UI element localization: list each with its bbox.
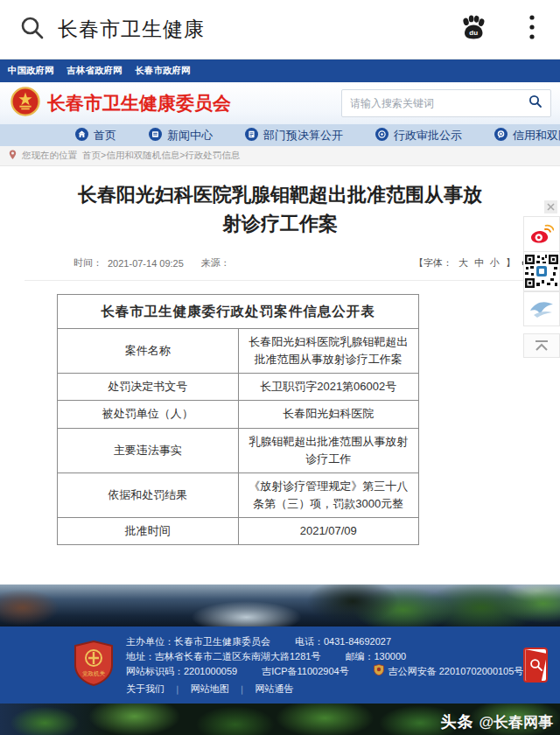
publish-time: 2021-07-14 09:25 <box>108 258 184 269</box>
svg-text:du: du <box>469 29 478 37</box>
qr-code <box>523 251 560 291</box>
close-icon[interactable] <box>544 200 557 214</box>
footer-icp[interactable]: 吉ICP备11002904号 <box>262 664 348 679</box>
article-title: 长春阳光妇科医院乳腺钼靶超出批准范围从事放射诊疗工作案 <box>74 180 486 238</box>
home-icon <box>75 128 88 144</box>
row-value: 乳腺钼靶超出批准范围从事放射诊疗工作 <box>238 428 419 472</box>
approval-icon <box>375 128 388 144</box>
nav-item-home[interactable]: 首页 <box>75 128 116 144</box>
nav-item-budget[interactable]: 部门预决算公开 <box>245 128 343 144</box>
share-panel <box>523 200 560 358</box>
footer-phone: 电话：0431-84692027 <box>295 634 391 649</box>
breadcrumb-path[interactable]: 首页>信用和双随机信息>行政处罚信息 <box>82 150 240 162</box>
article-content: 长春阳光妇科医院乳腺钼靶超出批准范围从事放射诊疗工作案 时间： 2021-07-… <box>0 180 560 584</box>
qr-code-icon <box>524 254 559 289</box>
watermark-handle: @长春网事 <box>479 712 553 732</box>
nav-item-news[interactable]: 新闻中心 <box>149 128 213 144</box>
footer-link-notice[interactable]: 网站通告 <box>256 682 294 696</box>
site-header: 长春市卫生健康委员会 <box>0 82 560 124</box>
kebab-menu-icon[interactable] <box>528 14 536 46</box>
table-row: 案件名称 长春阳光妇科医院乳腺钼靶超出批准范围从事放射诊疗工作案 <box>58 329 419 374</box>
back-to-top-button[interactable] <box>523 333 560 358</box>
table-row: 被处罚单位（人） 长春阳光妇科医院 <box>58 401 419 428</box>
svg-text:党政机关: 党政机关 <box>82 670 106 677</box>
news-icon <box>149 128 162 144</box>
font-size-small-button[interactable]: 小 <box>490 256 500 270</box>
table-row: 处罚决定书文号 长卫职罚字2021第06002号 <box>58 374 419 401</box>
browser-search-input[interactable]: 长春市卫生健康 <box>58 16 458 43</box>
weibo-share-button[interactable] <box>523 216 560 251</box>
page: 长春市卫生健康 du 中国政府网 吉林省政府网 长春市政府网 <box>0 0 560 735</box>
link-changchun-gov[interactable]: 长春市政府网 <box>136 65 191 77</box>
footer-sponsor: 主办单位：长春市卫生健康委员会 <box>126 634 270 649</box>
table-row: 依据和处罚结果 《放射诊疗管理规定》第三十八条第（三）项，罚款3000元整 <box>58 472 419 517</box>
site-logo-share-button[interactable] <box>523 291 560 326</box>
meta-divider <box>24 280 536 281</box>
time-label: 时间： <box>74 256 102 270</box>
gov-site-error-report-badge[interactable]: 政府网站 找错 <box>523 648 548 682</box>
row-label: 案件名称 <box>58 329 239 374</box>
nav-label: 新闻中心 <box>167 128 213 144</box>
back-to-top-icon <box>533 340 550 352</box>
footer-link-about[interactable]: 关于我们 <box>126 682 164 696</box>
source-label: 来源： <box>201 256 230 270</box>
bird-icon <box>528 298 555 319</box>
footer-link-sitemap[interactable]: 网站地图 <box>191 682 229 696</box>
font-size-prefix: 【字体： <box>414 256 452 270</box>
nav-label: 首页 <box>94 128 116 144</box>
row-value: 长卫职罚字2021第06002号 <box>238 374 419 401</box>
site-title: 长春市卫生健康委员会 <box>47 91 231 116</box>
article-meta: 时间： 2021-07-14 09:25 来源： 【字体： 大 中 小 】 打印 <box>0 256 560 270</box>
police-badge-icon <box>374 664 384 680</box>
breadcrumb: 您现在的位置 首页>信用和双随机信息>行政处罚信息 <box>0 146 560 166</box>
row-label: 处罚决定书文号 <box>58 374 239 401</box>
national-emblem-icon <box>10 87 40 120</box>
breadcrumb-prefix: 您现在的位置 <box>22 150 77 162</box>
nav-item-approval[interactable]: 行政审批公示 <box>375 128 462 144</box>
table-title-row: 长春市卫生健康委行政处罚案件信息公开表 <box>58 295 419 329</box>
watermark-brand: 头条 <box>440 711 473 732</box>
font-size-medium-button[interactable]: 中 <box>474 256 484 270</box>
site-search-input[interactable] <box>350 97 528 109</box>
row-label: 依据和处罚结果 <box>58 472 239 517</box>
weibo-icon <box>529 223 554 246</box>
footer-address: 地址：吉林省长春市二道区东南湖大路1281号 <box>126 649 320 664</box>
site-search-icon[interactable] <box>528 94 542 112</box>
site-footer: 党政机关 主办单位：长春市卫生健康委员会 电话：0431-84692027 地址… <box>0 626 560 704</box>
footer-links: 关于我们 ｜ 网站地图 ｜ 网站通告 <box>126 682 523 696</box>
toutiao-watermark: 头条 @长春网事 <box>440 711 553 732</box>
footer-zip: 邮编：130000 <box>345 649 406 664</box>
search-icon[interactable] <box>19 15 46 45</box>
baidu-paw-icon[interactable]: du <box>458 14 488 46</box>
gov-links-bar: 中国政府网 吉林省政府网 长春市政府网 <box>0 60 560 82</box>
table-row: 批准时间 2021/07/09 <box>58 518 419 545</box>
row-value: 长春阳光妇科医院乳腺钼靶超出批准范围从事放射诊疗工作案 <box>238 329 419 374</box>
font-size-large-button[interactable]: 大 <box>458 256 468 270</box>
row-label: 批准时间 <box>58 518 239 545</box>
table-row: 主要违法事实 乳腺钼靶超出批准范围从事放射诊疗工作 <box>58 428 419 472</box>
site-search-box <box>341 89 551 117</box>
error-badge-magnifier-icon <box>525 649 547 681</box>
error-badge-bottom-label: 找错 <box>547 678 548 683</box>
footer-info: 主办单位：长春市卫生健康委员会 电话：0431-84692027 地址：吉林省长… <box>126 634 523 696</box>
riverbank-photo-strip <box>0 584 560 626</box>
footer-police[interactable]: 吉公网安备 22010702000105号 <box>388 664 524 679</box>
row-value: 2021/07/09 <box>238 518 419 545</box>
main-nav: 首页 新闻中心 部门预决算公开 行政审批公示 信用和双随机信息 <box>0 124 560 146</box>
nav-item-credit[interactable]: 信用和双随机信息 <box>494 128 560 144</box>
table-title: 长春市卫生健康委行政处罚案件信息公开表 <box>58 295 419 329</box>
row-value: 长春阳光妇科医院 <box>238 401 419 428</box>
row-value: 《放射诊疗管理规定》第三十八条第（三）项，罚款3000元整 <box>238 472 419 517</box>
link-jilin-gov[interactable]: 吉林省政府网 <box>67 65 122 77</box>
nav-label: 行政审批公示 <box>394 128 462 144</box>
link-china-gov[interactable]: 中国政府网 <box>8 65 54 77</box>
nav-label: 部门预决算公开 <box>263 128 343 144</box>
row-label: 被处罚单位（人） <box>58 401 239 428</box>
trees-photo-strip: 头条 @长春网事 <box>0 704 560 735</box>
gov-shield-badge: 党政机关 <box>74 640 114 690</box>
browser-bar: 长春市卫生健康 du <box>0 0 560 60</box>
nav-label: 信用和双随机信息 <box>513 128 560 144</box>
credit-icon <box>494 128 508 144</box>
location-pin-icon <box>9 150 17 162</box>
footer-site-code: 网站标识码：2201000059 <box>126 664 237 679</box>
